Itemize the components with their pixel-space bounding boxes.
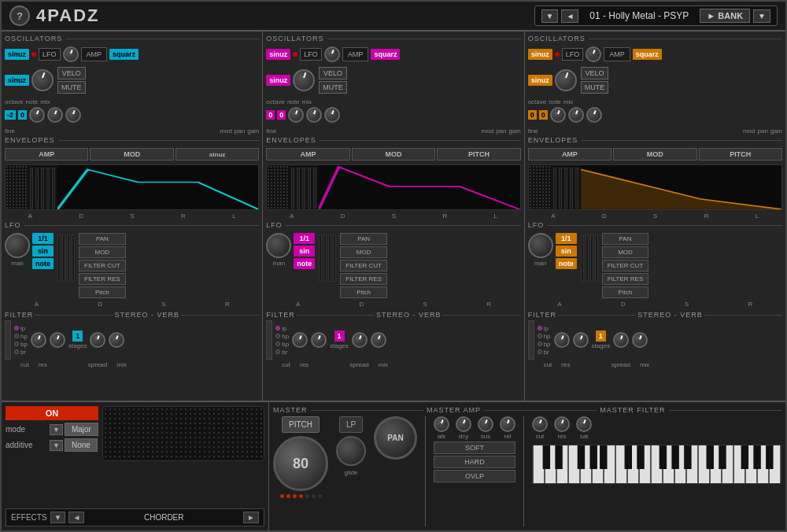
lfo-mod-btn-2[interactable]: MOD [340, 246, 387, 258]
gain-knob-3[interactable] [586, 107, 602, 123]
key-c3[interactable] [698, 445, 710, 484]
filter-slider-1[interactable] [5, 320, 11, 360]
bp-radio-2[interactable] [275, 342, 280, 346]
filter-res-knob-3[interactable] [573, 332, 589, 348]
key-a[interactable] [592, 445, 604, 484]
velo-btn-3[interactable]: VELO [581, 67, 609, 79]
on-button[interactable]: ON [6, 406, 98, 420]
filter-hp-1[interactable]: hp [14, 333, 28, 340]
key-b3[interactable] [769, 445, 781, 484]
hp-radio-2[interactable] [275, 334, 280, 338]
sat-knob[interactable] [576, 416, 592, 432]
octave-dropdown-1[interactable]: -2 [5, 110, 16, 120]
velo-btn-2[interactable]: VELO [319, 67, 347, 79]
velo-btn-1[interactable]: VELO [57, 67, 86, 79]
key-c2[interactable] [615, 445, 627, 484]
env-tab-mod-3[interactable]: MOD [613, 148, 696, 161]
filter-cut-knob-3[interactable] [554, 332, 570, 348]
lfo-pan-btn-2[interactable]: PAN [340, 233, 387, 245]
osc2-wave-dropdown-1[interactable]: sinuz [5, 75, 29, 86]
ovlp-button[interactable]: OVLP [434, 470, 515, 482]
mix-knob-sv-3[interactable] [632, 332, 648, 348]
key-f3[interactable] [733, 445, 745, 484]
mod-wave-dropdown-3[interactable]: squarz [633, 49, 662, 60]
mod-knob-2[interactable] [288, 107, 304, 123]
pan-knob-3[interactable] [568, 107, 584, 123]
key-g[interactable] [580, 445, 592, 484]
filter-cut-knob-2[interactable] [292, 332, 308, 348]
filter-bp-1[interactable]: bp [14, 341, 28, 348]
rel-knob[interactable] [500, 416, 515, 432]
key-d2[interactable] [627, 445, 639, 484]
key-e2[interactable] [639, 445, 651, 484]
mix-knob-2[interactable] [293, 69, 315, 91]
env-tab-amp-3[interactable]: AMP [528, 148, 611, 161]
key-b2[interactable] [686, 445, 698, 484]
bp-radio-3[interactable] [538, 342, 542, 346]
key-b[interactable] [604, 445, 615, 484]
lp-radio-1[interactable] [14, 326, 19, 331]
pan-knob-master[interactable]: PAN [374, 416, 417, 460]
lfo-filterres-btn-3[interactable]: FILTER RES [602, 273, 649, 285]
mix-knob-3[interactable] [555, 69, 577, 91]
lfo-wave-dropdown-1[interactable]: sin [32, 246, 54, 257]
lfo-knob-3[interactable] [586, 46, 601, 62]
lp-radio-3[interactable] [538, 326, 542, 331]
gain-knob-1[interactable] [65, 107, 81, 123]
key-a3[interactable] [757, 445, 769, 484]
key-d3[interactable] [710, 445, 722, 484]
env-tab-pitch-2[interactable]: PITCH [437, 148, 520, 161]
octave-dropdown-3[interactable]: 0 [528, 110, 537, 120]
lfo-dest-dropdown-2[interactable]: note [294, 258, 315, 269]
lfo-knob-1[interactable] [63, 46, 79, 62]
hp-radio-1[interactable] [14, 334, 19, 338]
gain-knob-2[interactable] [324, 107, 340, 123]
spread-knob-2[interactable] [352, 332, 368, 348]
lfo-filterres-btn-1[interactable]: FILTER RES [79, 273, 126, 285]
sus-knob[interactable] [478, 416, 493, 432]
mod-knob-3[interactable] [550, 107, 566, 123]
note-dropdown-3[interactable]: 0 [539, 110, 548, 120]
effects-nav-prev[interactable]: ◄ [68, 512, 84, 523]
env-tab-mod-1[interactable]: MOD [90, 148, 173, 161]
note-dropdown-2[interactable]: 0 [277, 110, 286, 120]
lfo-filtercut-btn-3[interactable]: FILTER CUT [602, 260, 649, 272]
key-f2[interactable] [651, 445, 663, 484]
lfo-filtercut-btn-2[interactable]: FILTER CUT [340, 260, 387, 272]
key-g2[interactable] [663, 445, 674, 484]
preset-menu-button[interactable]: ▼ [753, 9, 770, 23]
lfo-mod-btn-3[interactable]: MOD [602, 246, 649, 258]
hp-radio-3[interactable] [538, 334, 542, 338]
mix-knob-1[interactable] [31, 69, 54, 91]
spread-knob-1[interactable] [90, 332, 105, 348]
note-dropdown-1[interactable]: 0 [18, 110, 27, 120]
filter-res-knob-1[interactable] [50, 332, 65, 348]
pan-knob-1[interactable] [47, 107, 63, 123]
filter-slider-3[interactable] [528, 320, 534, 360]
key-g3[interactable] [745, 445, 757, 484]
lfo-pitch-btn-2[interactable]: Pitch [340, 286, 387, 298]
env-tab-pitch-3[interactable]: PITCH [699, 148, 782, 161]
mode-arrow[interactable]: ▼ [50, 424, 63, 435]
lfo-dest-dropdown-3[interactable]: note [556, 258, 577, 269]
lfo-wave-dropdown-3[interactable]: sin [556, 246, 577, 257]
osc1-wave-dropdown-2[interactable]: sinuz [266, 49, 290, 60]
lfo-filtercut-btn-1[interactable]: FILTER CUT [79, 260, 126, 272]
preset-back-button[interactable]: ◄ [561, 9, 578, 23]
osc1-wave-dropdown-1[interactable]: sinuz [5, 49, 29, 60]
lfo-wave-dropdown-2[interactable]: sin [294, 246, 315, 257]
filter-br-1[interactable]: br [14, 349, 28, 356]
piano-keyboard[interactable] [532, 445, 781, 484]
lfo-dest-dropdown-1[interactable]: note [32, 258, 54, 269]
glide-knob[interactable] [336, 436, 366, 466]
mod-wave-dropdown-2[interactable]: squarz [371, 49, 400, 60]
lfo-rate-knob-2[interactable] [266, 233, 291, 258]
key-a2[interactable] [674, 445, 686, 484]
lp-radio-2[interactable] [275, 326, 280, 331]
help-button[interactable]: ? [9, 6, 30, 26]
osc2-wave-dropdown-2[interactable]: sinuz [266, 75, 290, 86]
mod-wave-dropdown-1[interactable]: squarz [109, 49, 139, 60]
dcy-knob[interactable] [456, 416, 471, 432]
key-e[interactable] [556, 445, 568, 484]
filter-res-knob-2[interactable] [311, 332, 327, 348]
